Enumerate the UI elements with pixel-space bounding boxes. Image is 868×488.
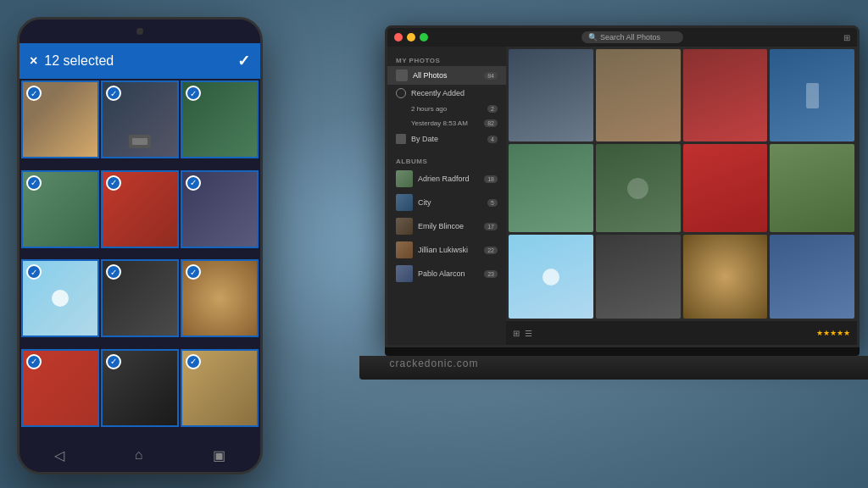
maximize-window-button[interactable]: [420, 33, 428, 42]
select-check-10: ✓: [26, 354, 42, 369]
laptop-photo-2[interactable]: [596, 49, 681, 141]
laptop-photo-3[interactable]: [683, 49, 768, 141]
laptop-photo-1[interactable]: [509, 49, 593, 141]
search-input[interactable]: 🔍 Search All Photos: [581, 31, 683, 43]
sidebar-label-adrien: Adrien Radford: [418, 175, 470, 183]
jillian-badge: 22: [484, 247, 498, 254]
sidebar-label-recently-added: Recently Added: [411, 89, 465, 97]
2hrs-badge: 2: [487, 105, 498, 113]
laptop-photo-10[interactable]: [596, 235, 681, 319]
laptop-photo-8[interactable]: [770, 144, 854, 232]
laptop-bottom-bar: ⊞ ☰ ★★★★★: [506, 321, 857, 345]
phone-photo-8[interactable]: ✓: [101, 259, 179, 337]
phone-body: × 12 selected ✓ ✓ ✓: [17, 17, 263, 474]
phone-photo-2[interactable]: ✓: [101, 80, 179, 158]
album-thumb-emily: [396, 218, 413, 235]
select-check-2: ✓: [106, 86, 121, 101]
back-nav-button[interactable]: ◁: [54, 447, 64, 463]
album-thumb-pablo: [396, 265, 413, 282]
city-badge: 5: [487, 199, 498, 207]
selected-count-label: 12 selected: [44, 53, 114, 69]
laptop-hinge: [385, 347, 860, 356]
sidebar-item-album-adrien[interactable]: Adrien Radford 18: [387, 167, 506, 191]
svg-rect-1: [132, 138, 147, 145]
confirm-check-icon[interactable]: ✓: [237, 52, 250, 70]
laptop-photo-11[interactable]: [683, 235, 768, 319]
phone-device: × 12 selected ✓ ✓ ✓: [17, 17, 263, 474]
select-check-12: ✓: [186, 354, 201, 369]
phone-bottom-bar: ◁ ⌂ ▣: [19, 438, 260, 472]
phone-photo-6[interactable]: ✓: [181, 170, 259, 248]
select-check-3: ✓: [186, 86, 201, 101]
laptop-photo-12[interactable]: [770, 235, 854, 319]
close-window-button[interactable]: [394, 33, 403, 42]
select-check-5: ✓: [106, 175, 121, 191]
sidebar-item-album-pablo[interactable]: Pablo Alarcon 23: [387, 262, 506, 286]
laptop-photo-6[interactable]: [596, 144, 681, 232]
sidebar-item-album-jillian[interactable]: Jillian Lukiwski 22: [387, 238, 506, 262]
sidebar-label-emily: Emily Blincoe: [418, 222, 464, 230]
select-check-4: ✓: [26, 175, 42, 191]
sidebar-item-all-photos[interactable]: All Photos 84: [387, 66, 506, 85]
sidebar-label-city: City: [418, 198, 431, 207]
phone-header: × 12 selected ✓: [19, 43, 260, 79]
select-check-7: ✓: [26, 264, 42, 280]
phone-header-left: × 12 selected: [30, 53, 114, 69]
select-check-6: ✓: [186, 175, 201, 191]
close-icon[interactable]: ×: [30, 53, 37, 69]
phone-photo-10[interactable]: ✓: [21, 349, 99, 427]
laptop-app: 🔍 Search All Photos ⊞ MY PHOTOS All Phot…: [387, 28, 857, 345]
adrien-badge: 18: [484, 175, 498, 183]
filter-icon[interactable]: ⊞: [843, 33, 850, 42]
phone-photo-1[interactable]: ✓: [21, 80, 99, 158]
search-placeholder: Search All Photos: [600, 33, 660, 42]
phone-top-bar: [19, 19, 260, 43]
phone-camera: [136, 28, 143, 35]
sidebar: MY PHOTOS All Photos 84 Recently Added 2…: [387, 47, 506, 345]
grid-view-icon[interactable]: ⊞: [513, 329, 520, 338]
sidebar-label-pablo: Pablo Alarcon: [418, 269, 465, 278]
watermark: crackedonic.com: [389, 358, 478, 369]
phone-photo-11[interactable]: ✓: [101, 349, 179, 427]
yesterday-badge: 82: [484, 119, 498, 127]
pablo-badge: 23: [484, 270, 498, 278]
phone-photo-grid: ✓ ✓ ✓ ✓ ✓: [19, 79, 260, 438]
search-icon: 🔍: [588, 33, 598, 42]
phone-photo-12[interactable]: ✓: [181, 349, 259, 427]
sidebar-item-recently-added[interactable]: Recently Added: [387, 85, 506, 102]
phone-photo-5[interactable]: ✓: [101, 170, 179, 248]
laptop-content: MY PHOTOS All Photos 84 Recently Added 2…: [387, 47, 857, 345]
laptop-main-area: ⊞ ☰ ★★★★★: [506, 47, 857, 345]
laptop-photo-5[interactable]: [509, 144, 593, 232]
recents-nav-button[interactable]: ▣: [213, 447, 225, 463]
album-thumb-adrien: [396, 170, 413, 187]
laptop-screen: 🔍 Search All Photos ⊞ MY PHOTOS All Phot…: [385, 25, 860, 347]
select-check-8: ✓: [106, 264, 121, 280]
calendar-icon: [396, 134, 406, 144]
sidebar-label-2hrs: 2 hours ago: [411, 105, 447, 113]
sidebar-item-by-date[interactable]: By Date 4: [387, 130, 506, 147]
laptop-photo-9[interactable]: [509, 235, 593, 319]
clock-icon: [396, 88, 406, 98]
album-thumb-city: [396, 194, 413, 211]
phone-photo-3[interactable]: ✓: [181, 80, 259, 158]
laptop-photo-4[interactable]: [770, 49, 854, 141]
laptop-photo-grid: [506, 47, 857, 321]
phone-photo-9[interactable]: ✓: [181, 259, 259, 337]
laptop-photo-7[interactable]: [683, 144, 768, 232]
phone-photo-4[interactable]: ✓: [21, 170, 99, 248]
album-thumb-jillian: [396, 241, 413, 258]
select-check-9: ✓: [186, 264, 201, 280]
all-photos-badge: 84: [484, 72, 498, 80]
home-nav-button[interactable]: ⌂: [135, 447, 143, 463]
star-rating[interactable]: ★★★★★: [816, 329, 850, 337]
list-view-icon[interactable]: ☰: [525, 329, 532, 338]
all-photos-icon: [396, 69, 408, 81]
phone-photo-7[interactable]: ✓: [21, 259, 99, 337]
sidebar-item-album-emily[interactable]: Emily Blincoe 17: [387, 214, 506, 238]
select-check-1: ✓: [26, 86, 42, 101]
sidebar-item-yesterday[interactable]: Yesterday 8:53 AM 82: [387, 116, 506, 130]
sidebar-item-2hrs[interactable]: 2 hours ago 2: [387, 102, 506, 116]
sidebar-item-album-city[interactable]: City 5: [387, 191, 506, 214]
minimize-window-button[interactable]: [407, 33, 415, 42]
